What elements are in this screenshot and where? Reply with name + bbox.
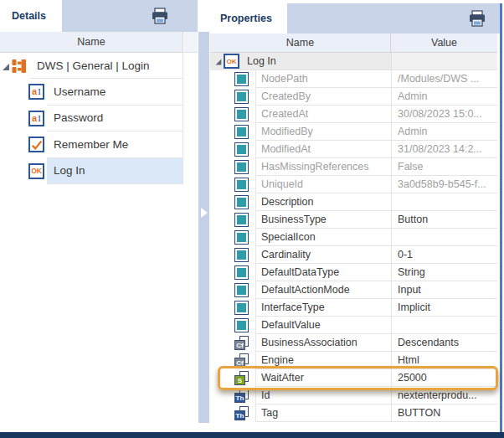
properties-column-header-value[interactable]: Value [391,33,497,52]
property-value[interactable]: /Modules/DWS ... [391,70,497,88]
property-row[interactable]: DefaultActionMode Input [210,281,497,299]
property-value[interactable]: 30/08/2023 15:0... [391,106,497,123]
property-row[interactable]: Cf BusinessAssociation Descendants [210,334,497,352]
property-row[interactable]: NodePath /Modules/DWS ... [210,70,497,88]
property-value[interactable]: nextenterprodu... [391,387,497,405]
property-value[interactable]: Admin [391,88,497,106]
print-icon[interactable] [151,7,169,25]
property-row[interactable]: HasMissingReferences False [210,158,497,176]
property-root-row-log-in[interactable]: OK Log In [210,53,497,70]
property-row[interactable]: InterfaceType Implicit [210,299,497,317]
property-value-text: False [398,161,424,173]
expander-icon[interactable] [216,59,222,65]
property-value[interactable]: Descendants [391,334,497,352]
property-root-label: Log In [247,55,276,67]
property-name: BusinessAssociation [261,337,357,348]
property-name: Description [261,196,314,208]
text-field-icon: aI [28,84,44,100]
property-name: BusinessType [261,214,327,225]
property-name: ModifiedAt [261,143,311,155]
property-row[interactable]: SpecialIcon [210,229,497,246]
ok-button-icon: OK [224,54,239,69]
property-value[interactable]: 25000 [391,369,497,387]
property-value[interactable] [391,317,497,334]
property-value[interactable]: Button [391,211,497,229]
app-window: Details Name [0,0,504,438]
tree-item-label: Password [54,111,103,124]
tree-row-remember-me[interactable]: Remember Me [0,131,183,157]
property-type-icon [234,301,249,315]
tab-details[interactable]: Details [0,0,62,32]
tab-properties[interactable]: Properties [210,3,287,33]
property-type-icon: S [234,371,249,385]
property-type-icon: Cf [234,336,249,350]
tree-row-log-in[interactable]: OK Log In [0,158,183,184]
tree-row-module-root[interactable]: DWS | General | Login [0,53,183,79]
module-tree: DWS | General | Login aI Username aI Pas… [0,53,183,184]
property-row[interactable]: Th Tag BUTTON [210,405,497,422]
properties-column-header-name[interactable]: Name [210,33,391,52]
property-row[interactable]: BusinessType Button [210,211,497,229]
property-type-icon [234,265,249,280]
property-type-icon [234,283,249,297]
property-row[interactable]: S WaitAfter 25000 [210,369,497,387]
property-value-text: 31/08/2023 14:2... [398,143,482,155]
details-tabbar: Details [0,0,198,32]
property-value[interactable]: False [391,158,497,176]
print-icon[interactable] [468,9,486,28]
property-row[interactable]: CreatedBy Admin [210,88,497,106]
tree-root-label: DWS | General | Login [37,59,150,72]
property-name: InterfaceType [261,301,325,313]
property-row[interactable]: UniqueId 3a0d58b9-b545-f... [210,176,497,193]
tab-properties-label: Properties [220,13,272,24]
property-row[interactable]: DefaultDataType String [210,264,497,281]
property-type-icon [234,90,249,104]
property-value[interactable]: Html [391,352,497,369]
details-header-filler [184,32,198,53]
property-value[interactable]: String [391,264,497,281]
collapse-arrow-icon[interactable] [201,208,208,218]
property-name: DefaultValue [261,319,321,331]
property-name: ModifiedBy [261,126,313,137]
property-row[interactable]: DefaultValue [210,317,497,334]
property-row[interactable]: CreatedAt 30/08/2023 15:0... [210,106,497,123]
property-name: UniqueId [261,178,303,190]
tree-row-username[interactable]: aI Username [0,79,183,105]
property-value-text: nextenterprodu... [398,389,477,401]
property-name: CreatedBy [261,90,311,102]
property-type-icon [234,178,249,192]
property-value[interactable]: 3a0d58b9-b545-f... [391,176,497,193]
property-value[interactable] [391,229,497,246]
property-value[interactable]: Admin [391,123,497,141]
details-column-header-name[interactable]: Name [0,32,183,53]
property-value[interactable]: Implicit [391,299,497,317]
property-row[interactable]: Description [210,193,497,211]
property-type-icon: Th [234,406,249,420]
property-value-text: 0-1 [398,249,413,260]
property-value-text: 30/08/2023 15:0... [398,108,482,120]
property-type-icon: Th [234,389,249,403]
property-row[interactable]: Cf Engine Html [210,352,497,369]
property-row[interactable]: ModifiedBy Admin [210,123,497,141]
property-row[interactable]: ModifiedAt 31/08/2023 14:2... [210,141,497,158]
panel-splitter[interactable] [198,32,209,423]
property-value-text: 3a0d58b9-b545-f... [398,178,486,190]
tree-item-label: Log In [54,164,85,177]
property-name: CreatedAt [261,108,308,120]
property-value[interactable]: 0-1 [391,246,497,264]
property-value[interactable] [391,193,497,211]
property-value[interactable]: BUTTON [391,405,497,422]
property-name: SpecialIcon [261,231,316,243]
module-icon [10,57,28,79]
property-row[interactable]: Th Id nextenterprodu... [210,387,497,405]
property-name: NodePath [261,73,308,85]
property-row[interactable]: Cardinality 0-1 [210,246,497,264]
property-name: DefaultActionMode [261,284,350,296]
property-type-icon [234,107,249,121]
property-value-text: Input [398,284,421,296]
tree-row-password[interactable]: aI Password [0,106,183,131]
property-value[interactable]: 31/08/2023 14:2... [391,141,497,158]
expander-icon[interactable] [3,64,9,70]
property-type-icon [234,213,249,227]
property-value[interactable]: Input [391,281,497,299]
